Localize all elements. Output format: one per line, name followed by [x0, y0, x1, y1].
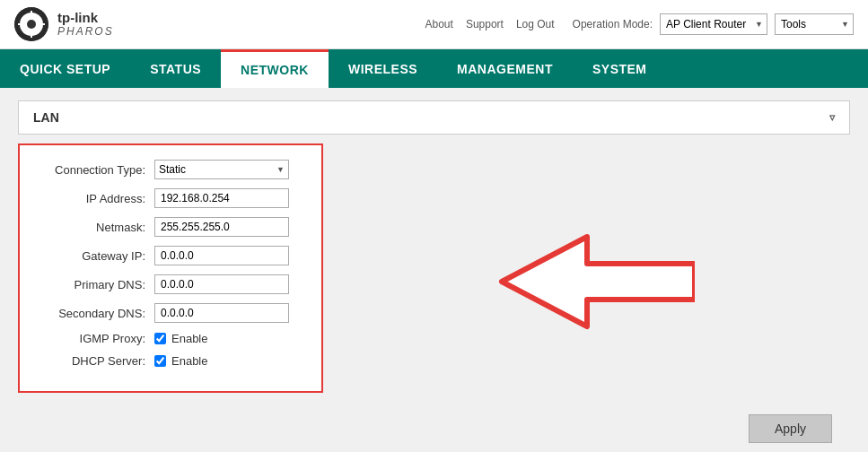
ip-address-input[interactable]: [154, 188, 289, 208]
dhcp-server-enable-label: Enable: [171, 354, 207, 368]
svg-marker-7: [502, 237, 695, 326]
dhcp-server-row: DHCP Server: Enable: [38, 354, 303, 368]
lan-form-box: Connection Type: Static DHCP IP Address:: [18, 143, 323, 393]
tp-link-logo-svg: [14, 7, 48, 41]
brand-text: tp-link PHAROS: [57, 11, 114, 38]
igmp-proxy-enable-label: Enable: [171, 332, 207, 345]
dhcp-server-label: DHCP Server:: [38, 354, 154, 368]
op-mode-select[interactable]: AP Client Router Access Point Client: [660, 13, 767, 35]
netmask-label: Netmask:: [38, 221, 154, 234]
gateway-ip-control: [154, 246, 303, 265]
nav-management[interactable]: Management: [437, 49, 573, 88]
tplink-label: tp-link: [57, 11, 114, 26]
primary-dns-input[interactable]: [154, 274, 289, 294]
connection-type-control: Static DHCP: [154, 160, 303, 179]
secondary-dns-input[interactable]: [154, 303, 289, 323]
main-area: Connection Type: Static DHCP IP Address:: [18, 143, 850, 393]
secondary-dns-label: Secondary DNS:: [38, 307, 154, 320]
ip-address-row: IP Address:: [38, 188, 303, 208]
svg-rect-5: [18, 23, 27, 25]
logo-icon: [14, 7, 48, 41]
igmp-proxy-control: Enable: [154, 332, 303, 345]
primary-dns-row: Primary DNS:: [38, 274, 303, 294]
primary-dns-label: Primary DNS:: [38, 278, 154, 291]
nav-bar: Quick Setup Status Network Wireless Mana…: [0, 49, 868, 88]
dhcp-server-control: Enable: [154, 354, 303, 368]
nav-status[interactable]: Status: [130, 49, 221, 88]
connection-type-row: Connection Type: Static DHCP: [38, 160, 303, 179]
svg-rect-6: [36, 23, 45, 25]
op-mode-select-wrap: AP Client Router Access Point Client: [660, 13, 767, 35]
logo-area: tp-link PHAROS: [14, 7, 114, 41]
section-title: LAN: [33, 110, 59, 125]
ip-address-label: IP Address:: [38, 192, 154, 205]
tools-select-wrap: Tools Ping Traceroute: [775, 13, 854, 35]
ip-address-control: [154, 188, 303, 208]
svg-point-2: [25, 18, 38, 30]
arrow-area: [341, 143, 850, 393]
nav-quick-setup[interactable]: Quick Setup: [0, 49, 130, 88]
gateway-ip-row: Gateway IP:: [38, 246, 303, 265]
connection-type-label: Connection Type:: [38, 163, 154, 177]
gateway-ip-label: Gateway IP:: [38, 249, 154, 263]
nav-system[interactable]: System: [573, 49, 667, 88]
apply-button[interactable]: Apply: [749, 414, 832, 443]
support-link[interactable]: Support: [466, 18, 504, 30]
pharos-label: PHAROS: [57, 26, 114, 38]
connection-type-select-wrap: Static DHCP: [154, 160, 289, 179]
secondary-dns-row: Secondary DNS:: [38, 303, 303, 323]
igmp-proxy-checkbox[interactable]: [154, 333, 166, 344]
tools-select[interactable]: Tools Ping Traceroute: [775, 13, 854, 35]
op-mode-section: Operation Mode: AP Client Router Access …: [573, 13, 854, 35]
gateway-ip-input[interactable]: [154, 246, 289, 265]
primary-dns-control: [154, 274, 303, 294]
igmp-proxy-row: IGMP Proxy: Enable: [38, 332, 303, 345]
content-area: LAN ▿ Connection Type: Static DHCP: [0, 88, 868, 452]
top-bar: tp-link PHAROS About Support Log Out Ope…: [0, 0, 868, 49]
section-header: LAN ▿: [18, 100, 850, 135]
svg-rect-3: [31, 11, 32, 20]
secondary-dns-control: [154, 303, 303, 323]
about-link[interactable]: About: [425, 18, 453, 30]
section-collapse-icon[interactable]: ▿: [829, 111, 835, 124]
top-right-area: About Support Log Out Operation Mode: AP…: [425, 13, 854, 35]
netmask-row: Netmask:: [38, 217, 303, 237]
connection-type-select[interactable]: Static DHCP: [154, 160, 289, 179]
netmask-input[interactable]: [154, 217, 289, 237]
nav-wireless[interactable]: Wireless: [329, 49, 437, 88]
op-mode-label: Operation Mode:: [573, 18, 653, 30]
svg-rect-4: [31, 29, 32, 38]
nav-network[interactable]: Network: [221, 49, 329, 88]
igmp-proxy-label: IGMP Proxy:: [38, 332, 154, 345]
dhcp-server-checkbox[interactable]: [154, 355, 166, 367]
bottom-bar: Apply: [18, 402, 850, 452]
top-links: About Support Log Out: [425, 18, 555, 30]
netmask-control: [154, 217, 303, 237]
svg-point-1: [20, 13, 43, 36]
logout-link[interactable]: Log Out: [516, 18, 555, 30]
left-arrow-icon: [497, 232, 695, 331]
